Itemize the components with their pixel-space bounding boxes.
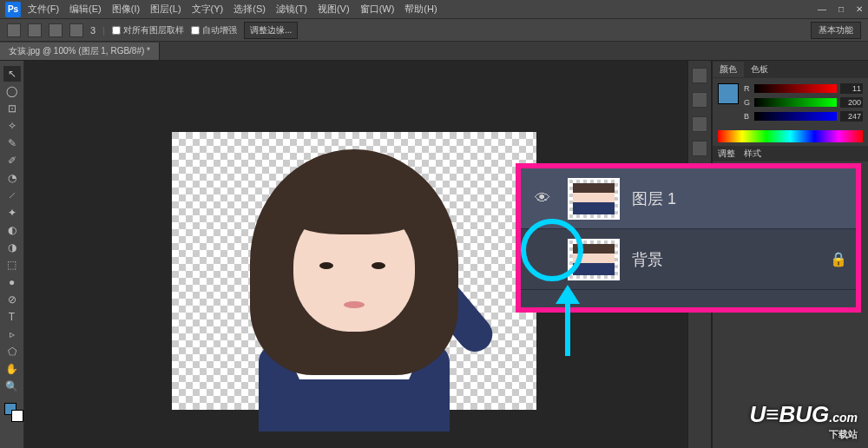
annotation-circle [521, 219, 583, 281]
adjustments-tab[interactable]: 调整 [718, 148, 735, 160]
foreground-color[interactable] [718, 83, 739, 104]
document-tab[interactable]: 女孩.jpg @ 100% (图层 1, RGB/8#) * [0, 43, 160, 60]
b-slider[interactable] [754, 112, 837, 121]
menu-help[interactable]: 帮助(H) [404, 3, 437, 16]
option-icon-1[interactable] [28, 23, 42, 37]
menu-image[interactable]: 图像(I) [112, 3, 140, 16]
document-image [172, 132, 536, 410]
menu-filter[interactable]: 滤镜(T) [276, 3, 307, 16]
annotation-arrow [556, 285, 580, 356]
history-brush-tool[interactable]: ◐ [3, 222, 21, 238]
auto-enhance-checkbox[interactable]: 自动增强 [191, 24, 237, 36]
menu-window[interactable]: 窗口(W) [360, 3, 395, 16]
panel-icon-4[interactable] [692, 141, 707, 156]
watermark: U≡BUG.com 下载站 [750, 401, 858, 441]
eraser-tool[interactable]: ◑ [3, 240, 21, 255]
r-slider[interactable] [754, 84, 837, 93]
option-icon-2[interactable] [49, 23, 62, 37]
spectrum-bar[interactable] [718, 130, 863, 142]
panel-icon-3[interactable] [692, 116, 707, 132]
r-value[interactable]: 11 [840, 83, 863, 94]
options-bar: 3 | 对所有图层取样 自动增强 调整边缘... 基本功能 [0, 19, 868, 42]
document-tabbar: 女孩.jpg @ 100% (图层 1, RGB/8#) * [0, 42, 868, 61]
brush-size[interactable]: 3 [90, 25, 95, 36]
workspace-dropdown[interactable]: 基本功能 [811, 22, 861, 39]
menu-type[interactable]: 文字(Y) [192, 3, 224, 16]
g-slider[interactable] [754, 98, 837, 107]
brush-tool[interactable]: ⟋ [3, 188, 21, 203]
zoom-tool[interactable]: 🔍 [3, 379, 21, 394]
window-min[interactable]: — [818, 4, 826, 14]
visibility-icon[interactable]: 👁 [529, 186, 556, 212]
swatches-tab[interactable]: 色板 [744, 62, 775, 77]
quick-select-tool[interactable]: ✧ [3, 118, 21, 134]
move-tool[interactable]: ↖ [3, 66, 21, 82]
styles-tab[interactable]: 样式 [744, 148, 761, 160]
stamp-tool[interactable]: ✦ [3, 205, 21, 221]
window-max[interactable]: □ [838, 4, 844, 14]
color-swatch[interactable] [4, 403, 20, 418]
menu-select[interactable]: 选择(S) [233, 3, 266, 16]
hand-tool[interactable]: ✋ [3, 361, 21, 377]
sample-all-layers-checkbox[interactable]: 对所有图层取样 [112, 24, 184, 36]
type-tool[interactable]: T [3, 309, 21, 325]
menu-layer[interactable]: 图层(L) [150, 3, 181, 16]
layer-name-bg[interactable]: 背景 [632, 249, 818, 270]
tools-panel: ↖ ◯ ⊡ ✧ ✎ ✐ ◔ ⟋ ✦ ◐ ◑ ⬚ ● ⊘ T ▹ ⬠ ✋ 🔍 [0, 61, 24, 448]
layer-thumbnail-1[interactable] [568, 178, 620, 220]
b-value[interactable]: 247 [840, 111, 863, 122]
dodge-tool[interactable]: ⊘ [3, 292, 21, 307]
panel-icon-2[interactable] [692, 92, 707, 108]
menubar: Ps 文件(F) 编辑(E) 图像(I) 图层(L) 文字(Y) 选择(S) 滤… [0, 0, 868, 19]
g-value[interactable]: 200 [840, 97, 863, 108]
ps-logo: Ps [5, 2, 21, 17]
panel-icon-1[interactable] [692, 68, 707, 83]
menu-view[interactable]: 视图(V) [318, 3, 350, 16]
lock-icon[interactable]: 🔒 [830, 251, 847, 267]
menu-file[interactable]: 文件(F) [28, 3, 59, 16]
gradient-tool[interactable]: ⬚ [3, 257, 21, 273]
option-icon-3[interactable] [69, 23, 83, 37]
refine-edge-button[interactable]: 调整边缘... [244, 22, 298, 39]
layer-name-1[interactable]: 图层 1 [632, 188, 847, 209]
active-tool-icon[interactable] [7, 23, 21, 37]
color-tab[interactable]: 颜色 [713, 62, 744, 77]
path-tool[interactable]: ▹ [3, 326, 21, 342]
shape-tool[interactable]: ⬠ [3, 344, 21, 359]
crop-tool[interactable]: ✎ [3, 135, 21, 151]
menu-edit[interactable]: 编辑(E) [69, 3, 102, 16]
eyedropper-tool[interactable]: ✐ [3, 153, 21, 168]
heal-tool[interactable]: ◔ [3, 170, 21, 186]
lasso-tool[interactable]: ⊡ [3, 101, 21, 116]
marquee-tool[interactable]: ◯ [3, 83, 21, 99]
blur-tool[interactable]: ● [3, 274, 21, 290]
window-close[interactable]: ✕ [856, 4, 863, 14]
layer-row-1[interactable]: 👁 图层 1 [521, 168, 856, 229]
